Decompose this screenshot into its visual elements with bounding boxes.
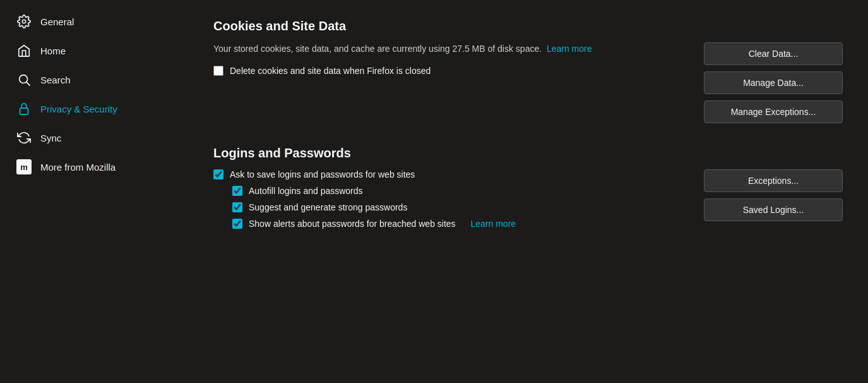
autofill-row: Autofill logins and passwords	[232, 186, 691, 196]
cookies-section: Cookies and Site Data Your stored cookie…	[213, 19, 843, 123]
alerts-row: Show alerts about passwords for breached…	[232, 219, 691, 229]
sidebar: General Home Search Privacy & Se	[0, 0, 188, 383]
autofill-checkbox[interactable]	[232, 186, 242, 196]
suggest-label[interactable]: Suggest and generate strong passwords	[249, 202, 407, 212]
gear-icon	[16, 14, 32, 29]
sidebar-item-label-sync: Sync	[40, 133, 61, 143]
delete-cookies-row: Delete cookies and site data when Firefo…	[213, 66, 691, 76]
alerts-checkbox[interactable]	[232, 219, 242, 229]
svg-point-0	[22, 20, 26, 23]
sidebar-item-search[interactable]: Search	[4, 66, 184, 94]
cookies-description: Your stored cookies, site data, and cach…	[213, 42, 655, 56]
ask-save-label[interactable]: Ask to save logins and passwords for web…	[230, 169, 415, 179]
exceptions-button[interactable]: Exceptions...	[704, 169, 843, 192]
ask-save-checkbox[interactable]	[213, 169, 223, 179]
sidebar-item-home[interactable]: Home	[4, 37, 184, 64]
sidebar-item-privacy[interactable]: Privacy & Security	[4, 95, 184, 123]
svg-rect-3	[20, 108, 28, 114]
manage-data-button[interactable]: Manage Data...	[704, 71, 843, 94]
sync-icon	[16, 130, 32, 145]
sidebar-item-sync[interactable]: Sync	[4, 124, 184, 152]
delete-cookies-label[interactable]: Delete cookies and site data when Firefo…	[230, 66, 431, 76]
logins-section-left: Ask to save logins and passwords for web…	[213, 169, 691, 235]
cookies-section-row: Your stored cookies, site data, and cach…	[213, 42, 843, 123]
alerts-label[interactable]: Show alerts about passwords for breached…	[249, 219, 456, 229]
home-icon	[16, 43, 32, 58]
search-icon	[16, 72, 32, 87]
sidebar-item-label-search: Search	[40, 75, 71, 85]
sidebar-item-label-home: Home	[40, 46, 66, 56]
cookies-buttons: Clear Data... Manage Data... Manage Exce…	[704, 42, 843, 123]
cookies-desc-text: Your stored cookies, site data, and cach…	[213, 44, 542, 54]
clear-data-button[interactable]: Clear Data...	[704, 42, 843, 65]
sidebar-item-label-general: General	[40, 16, 74, 27]
delete-cookies-checkbox[interactable]	[213, 66, 223, 76]
cookies-section-left: Your stored cookies, site data, and cach…	[213, 42, 691, 82]
sidebar-item-label-privacy: Privacy & Security	[40, 104, 117, 114]
sidebar-item-mozilla[interactable]: m More from Mozilla	[4, 153, 184, 181]
cookies-section-title: Cookies and Site Data	[213, 19, 843, 33]
suggest-checkbox[interactable]	[232, 202, 242, 212]
cookies-learn-more-link[interactable]: Learn more	[547, 44, 592, 54]
autofill-label[interactable]: Autofill logins and passwords	[249, 186, 363, 196]
logins-section-row: Ask to save logins and passwords for web…	[213, 169, 843, 235]
sidebar-item-general[interactable]: General	[4, 8, 184, 35]
lock-icon	[16, 101, 32, 116]
main-content: Cookies and Site Data Your stored cookie…	[188, 0, 868, 383]
manage-exceptions-button[interactable]: Manage Exceptions...	[704, 100, 843, 123]
logins-section-title: Logins and Passwords	[213, 146, 843, 161]
saved-logins-button[interactable]: Saved Logins...	[704, 198, 843, 221]
svg-line-2	[27, 82, 30, 85]
logins-section: Logins and Passwords Ask to save logins …	[213, 146, 843, 235]
sidebar-item-label-mozilla: More from Mozilla	[40, 162, 116, 173]
suggest-row: Suggest and generate strong passwords	[232, 202, 691, 212]
alerts-learn-more-link[interactable]: Learn more	[471, 219, 516, 229]
ask-save-row: Ask to save logins and passwords for web…	[213, 169, 691, 179]
logins-buttons: Exceptions... Saved Logins...	[704, 169, 843, 221]
mozilla-icon: m	[16, 159, 32, 174]
